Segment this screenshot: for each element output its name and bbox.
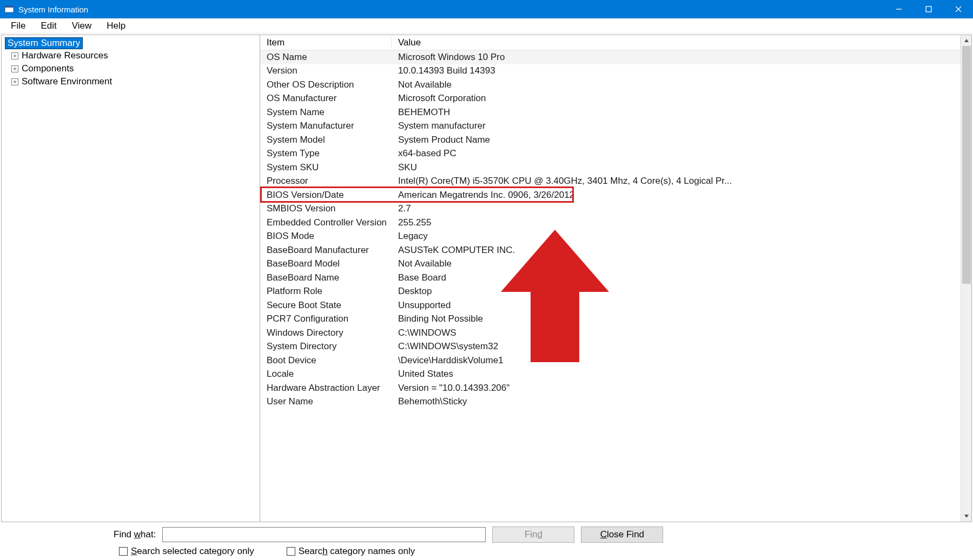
- cell-item: BaseBoard Name: [260, 272, 392, 283]
- cell-item: PCR7 Configuration: [260, 314, 392, 324]
- cell-item: System Type: [260, 148, 392, 159]
- table-row[interactable]: BIOS Version/DateAmerican Megatrends Inc…: [260, 188, 961, 202]
- cell-value: \Device\HarddiskVolume1: [392, 355, 961, 366]
- cell-item: BIOS Version/Date: [260, 190, 392, 201]
- table-row[interactable]: Other OS DescriptionNot Available: [260, 78, 961, 92]
- cell-item: Hardware Abstraction Layer: [260, 383, 392, 394]
- menu-file[interactable]: File: [3, 19, 33, 33]
- table-row[interactable]: Version10.0.14393 Build 14393: [260, 64, 961, 78]
- tree-node-label: Hardware Resources: [22, 50, 108, 61]
- table-row[interactable]: BIOS ModeLegacy: [260, 230, 961, 244]
- cell-value: 255.255: [392, 217, 961, 228]
- menu-view[interactable]: View: [64, 19, 100, 33]
- column-header-item[interactable]: Item: [260, 37, 392, 48]
- find-input[interactable]: [162, 527, 486, 542]
- cell-item: BaseBoard Manufacturer: [260, 245, 392, 256]
- cell-item: BaseBoard Model: [260, 258, 392, 269]
- checkbox-icon: [287, 547, 295, 556]
- table-row[interactable]: OS ManufacturerMicrosoft Corporation: [260, 92, 961, 106]
- svg-marker-8: [964, 515, 969, 518]
- table-row[interactable]: OS NameMicrosoft Windows 10 Pro: [260, 50, 961, 64]
- cell-item: Boot Device: [260, 355, 392, 366]
- tree-node[interactable]: +Components: [5, 62, 256, 75]
- cell-item: Locale: [260, 369, 392, 379]
- minimize-button[interactable]: [884, 0, 914, 18]
- table-row[interactable]: System Typex64-based PC: [260, 147, 961, 161]
- grid-body[interactable]: OS NameMicrosoft Windows 10 ProVersion10…: [260, 50, 961, 409]
- menubar: File Edit View Help: [0, 18, 973, 34]
- table-row[interactable]: System NameBEHEMOTH: [260, 105, 961, 119]
- table-row[interactable]: BaseBoard ModelNot Available: [260, 257, 961, 271]
- cell-item: System Model: [260, 135, 392, 145]
- maximize-button[interactable]: [914, 0, 943, 18]
- table-row[interactable]: System ModelSystem Product Name: [260, 133, 961, 147]
- table-row[interactable]: Boot Device\Device\HarddiskVolume1: [260, 354, 961, 368]
- checkbox-icon: [119, 547, 128, 556]
- expand-icon[interactable]: +: [11, 52, 18, 59]
- table-row[interactable]: System DirectoryC:\WINDOWS\system32: [260, 340, 961, 354]
- titlebar: System Information: [0, 0, 973, 18]
- tree-node-label: Components: [22, 63, 74, 74]
- cell-value: Legacy: [392, 231, 961, 242]
- scroll-thumb[interactable]: [962, 46, 971, 284]
- cell-item: Other OS Description: [260, 79, 392, 90]
- expand-icon[interactable]: +: [11, 65, 18, 72]
- cell-value: Base Board: [392, 272, 961, 283]
- tree-node-label: Software Environment: [22, 76, 112, 87]
- cell-value: Binding Not Possible: [392, 314, 961, 324]
- scroll-up-icon[interactable]: [961, 35, 971, 46]
- cell-value: x64-based PC: [392, 148, 961, 159]
- table-row[interactable]: Windows DirectoryC:\WINDOWS: [260, 326, 961, 340]
- table-row[interactable]: System ManufacturerSystem manufacturer: [260, 119, 961, 134]
- workspace: System Summary +Hardware Resources+Compo…: [1, 35, 972, 522]
- table-row[interactable]: BaseBoard NameBase Board: [260, 271, 961, 285]
- search-selected-checkbox[interactable]: Search selected category only: [119, 546, 254, 557]
- cell-value: United States: [392, 369, 961, 379]
- cell-item: Windows Directory: [260, 328, 392, 338]
- cell-item: System Manufacturer: [260, 121, 392, 131]
- app-icon: [4, 4, 14, 14]
- svg-rect-1: [5, 6, 14, 8]
- table-row[interactable]: BaseBoard ManufacturerASUSTeK COMPUTER I…: [260, 243, 961, 257]
- tree-root[interactable]: System Summary: [5, 37, 256, 49]
- table-row[interactable]: Secure Boot StateUnsupported: [260, 298, 961, 312]
- menu-edit[interactable]: Edit: [33, 19, 64, 33]
- menu-help[interactable]: Help: [99, 19, 133, 33]
- window-title: System Information: [18, 5, 88, 14]
- vertical-scrollbar[interactable]: [961, 35, 971, 522]
- scroll-down-icon[interactable]: [961, 511, 971, 522]
- cell-value: Version = "10.0.14393.206": [392, 383, 961, 394]
- cell-value: C:\WINDOWS: [392, 328, 961, 338]
- cell-value: System Product Name: [392, 135, 961, 145]
- search-names-checkbox[interactable]: Search category names only: [287, 546, 415, 557]
- close-find-button[interactable]: Close Find: [581, 526, 663, 543]
- cell-value: System manufacturer: [392, 121, 961, 131]
- table-row[interactable]: LocaleUnited States: [260, 368, 961, 382]
- expand-icon[interactable]: +: [11, 78, 18, 85]
- cell-value: Behemoth\Sticky: [392, 396, 961, 407]
- cell-value: 10.0.14393 Build 14393: [392, 65, 961, 76]
- table-row[interactable]: Hardware Abstraction LayerVersion = "10.…: [260, 381, 961, 395]
- find-button[interactable]: Find: [492, 526, 574, 543]
- cell-item: User Name: [260, 396, 392, 407]
- table-row[interactable]: User NameBehemoth\Sticky: [260, 395, 961, 409]
- find-label: Find what:: [114, 529, 156, 540]
- grid-header[interactable]: Item Value: [260, 35, 961, 50]
- column-header-value[interactable]: Value: [392, 37, 961, 48]
- tree-node[interactable]: +Hardware Resources: [5, 49, 256, 62]
- tree-pane[interactable]: System Summary +Hardware Resources+Compo…: [2, 35, 260, 522]
- cell-value: SKU: [392, 162, 961, 173]
- cell-item: Secure Boot State: [260, 300, 392, 311]
- cell-value: 2.7: [392, 203, 961, 214]
- cell-item: Embedded Controller Version: [260, 217, 392, 228]
- table-row[interactable]: ProcessorIntel(R) Core(TM) i5-3570K CPU …: [260, 175, 961, 189]
- table-row[interactable]: SMBIOS Version2.7: [260, 202, 961, 216]
- cell-value: ASUSTeK COMPUTER INC.: [392, 245, 961, 256]
- table-row[interactable]: PCR7 ConfigurationBinding Not Possible: [260, 312, 961, 326]
- close-button[interactable]: [943, 0, 973, 18]
- table-row[interactable]: Platform RoleDesktop: [260, 285, 961, 299]
- table-row[interactable]: System SKUSKU: [260, 161, 961, 175]
- cell-value: BEHEMOTH: [392, 107, 961, 118]
- table-row[interactable]: Embedded Controller Version255.255: [260, 216, 961, 230]
- tree-node[interactable]: +Software Environment: [5, 75, 256, 88]
